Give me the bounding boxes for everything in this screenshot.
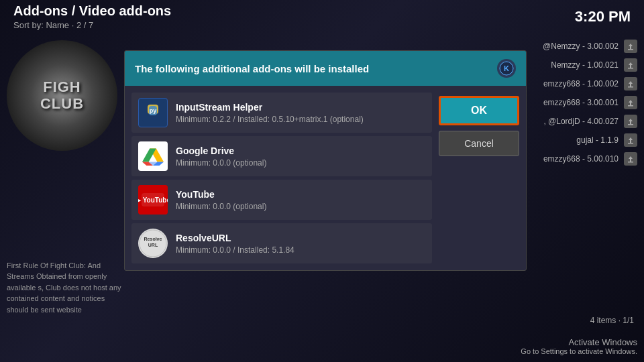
modal-buttons: OK Cancel (439, 93, 519, 263)
sort-subtitle: Sort by: Name · 2 / 7 (13, 20, 171, 30)
svg-text:▶ YouTube: ▶ YouTube (138, 196, 168, 204)
modal-body: py InputStream Helper Minimum: 0.2.2 / I… (125, 86, 526, 270)
resolve-info: ResolveURL Minimum: 0.0.0 / Installed: 5… (176, 233, 425, 255)
clock: 3:20 PM (575, 8, 631, 25)
resolve-desc: Minimum: 0.0.0 / Installed: 5.1.84 (176, 245, 425, 255)
items-count: 4 items · 1/1 (590, 316, 634, 325)
svg-rect-2 (628, 49, 633, 50)
youtube-info: YouTube Minimum: 0.0.0 (optional) (176, 189, 425, 211)
resolve-icon: Resolve URL (138, 229, 168, 258)
activate-windows: Activate Windows Go to Settings to activ… (521, 337, 637, 355)
sidebar-item-label: gujal - 1.1.9 (576, 135, 619, 145)
page-title: Add-ons / Video add-ons (13, 3, 171, 19)
sidebar-item-label: @Nemzzy - 3.00.002 (543, 42, 619, 51)
sidebar-right: @Nemzzy - 3.00.002 Nemzzy - 1.00.021 emz… (517, 37, 641, 168)
inputstream-icon: py (138, 98, 168, 127)
sidebar-item-label: emzzy668 - 5.00.010 (543, 154, 619, 164)
svg-rect-5 (628, 68, 633, 69)
svg-rect-17 (628, 143, 633, 144)
svg-text:K: K (504, 64, 509, 72)
activate-subtitle: Go to Settings to activate Windows. (521, 347, 637, 355)
modal-header: The following additional add-ons will be… (125, 51, 526, 86)
list-item: Google Drive Minimum: 0.0.0 (optional) (131, 136, 432, 176)
download-icon (624, 115, 637, 128)
svg-text:py: py (150, 107, 157, 114)
download-icon (624, 96, 637, 109)
list-item: py InputStream Helper Minimum: 0.2.2 / I… (131, 93, 432, 133)
svg-rect-11 (628, 105, 633, 107)
download-icon (624, 77, 637, 90)
description-text: First Rule Of Fight Club: And Streams Ob… (7, 260, 124, 316)
sidebar-item[interactable]: @Nemzzy - 3.00.002 (517, 37, 641, 56)
sidebar-item-label: emzzy668 - 3.00.001 (543, 98, 619, 107)
modal-dialog: The following additional add-ons will be… (124, 50, 527, 271)
list-item: ▶ YouTube YouTube Minimum: 0.0.0 (option… (131, 180, 432, 220)
youtube-name: YouTube (176, 189, 425, 200)
addons-list: py InputStream Helper Minimum: 0.2.2 / I… (131, 93, 432, 263)
svg-rect-8 (628, 86, 633, 88)
ok-button[interactable]: OK (439, 96, 519, 125)
svg-rect-20 (628, 162, 633, 163)
sidebar-item[interactable]: emzzy668 - 3.00.001 (517, 93, 641, 112)
gdrive-name: Google Drive (176, 145, 425, 156)
gdrive-desc: Minimum: 0.0.0 (optional) (176, 158, 425, 168)
inputstream-info: InputStream Helper Minimum: 0.2.2 / Inst… (176, 102, 425, 124)
gdrive-info: Google Drive Minimum: 0.0.0 (optional) (176, 145, 425, 168)
youtube-icon: ▶ YouTube (138, 185, 168, 215)
list-item: Resolve URL ResolveURL Minimum: 0.0.0 / … (131, 223, 432, 263)
svg-text:Resolve: Resolve (144, 237, 162, 241)
fight-club-text: FIGHCLUB (40, 79, 84, 111)
activate-title: Activate Windows (521, 337, 637, 347)
kodi-icon: K (497, 59, 516, 78)
sidebar-item[interactable]: emzzy668 - 1.00.002 (517, 74, 641, 93)
cancel-button[interactable]: Cancel (439, 131, 519, 156)
fight-club-logo: FIGHCLUB (7, 40, 117, 151)
sidebar-item-label: emzzy668 - 1.00.002 (543, 79, 619, 88)
download-icon (624, 40, 637, 53)
sidebar-item-label: Nemzzy - 1.00.021 (551, 60, 619, 70)
header: Add-ons / Video add-ons Sort by: Name · … (0, 0, 644, 34)
download-icon (624, 152, 637, 166)
sidebar-item[interactable]: Nemzzy - 1.00.021 (517, 56, 641, 74)
download-icon (624, 58, 637, 72)
download-icon (624, 133, 637, 147)
svg-text:URL: URL (148, 243, 158, 247)
youtube-desc: Minimum: 0.0.0 (optional) (176, 202, 425, 211)
svg-rect-14 (628, 124, 633, 125)
gdrive-icon (138, 141, 168, 171)
resolve-name: ResolveURL (176, 233, 425, 243)
sidebar-item[interactable]: emzzy668 - 5.00.010 (517, 149, 641, 168)
modal-title: The following additional add-ons will be… (135, 63, 369, 74)
sidebar-item-label: , @LordjD - 4.00.027 (543, 117, 619, 126)
inputstream-name: InputStream Helper (176, 102, 425, 113)
inputstream-desc: Minimum: 0.2.2 / Installed: 0.5.10+matri… (176, 115, 425, 124)
sidebar-item[interactable]: gujal - 1.1.9 (517, 131, 641, 149)
sidebar-item[interactable]: , @LordjD - 4.00.027 (517, 112, 641, 131)
